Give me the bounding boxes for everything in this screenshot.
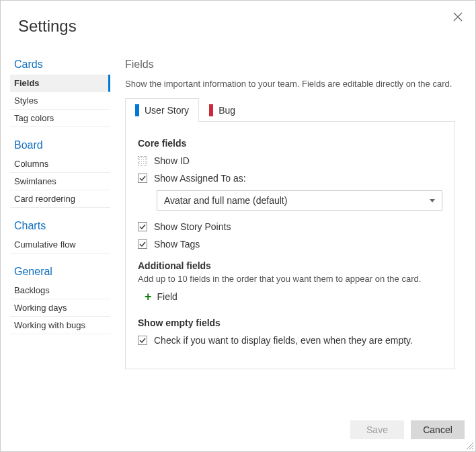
show-story-points-row: Show Story Points (138, 221, 442, 232)
tab-bug[interactable]: Bug (199, 98, 245, 122)
sidebar-item-swimlanes[interactable]: Swimlanes (10, 173, 110, 190)
tab-color-bar-icon (135, 104, 139, 116)
show-tags-checkbox[interactable] (138, 239, 147, 249)
additional-fields-sub: Add up to 10 fields in the order that yo… (138, 274, 442, 284)
sidebar-item-working-days[interactable]: Working days (10, 299, 110, 317)
close-icon (453, 12, 463, 22)
close-button[interactable] (451, 10, 465, 24)
show-assigned-to-label: Show Assigned To as: (154, 173, 246, 184)
sidebar-item-backlogs[interactable]: Backlogs (10, 282, 110, 299)
show-id-checkbox[interactable] (138, 156, 147, 165)
content-pane: Fields Show the important information to… (110, 42, 475, 412)
dialog-body: Cards Fields Styles Tag colors Board Col… (1, 42, 475, 412)
show-id-label: Show ID (154, 155, 190, 166)
plus-icon: + (145, 291, 152, 303)
dialog-header: Settings (1, 1, 475, 42)
sidebar-item-cumulative-flow[interactable]: Cumulative flow (10, 236, 110, 254)
show-empty-row: Check if you want to display fields, eve… (138, 335, 442, 346)
settings-dialog: Settings Cards Fields Styles Tag colors … (0, 0, 476, 452)
tab-label: Bug (219, 105, 235, 116)
show-id-row: Show ID (138, 155, 442, 166)
show-empty-label: Check if you want to display fields, eve… (154, 335, 413, 346)
core-fields-heading: Core fields (138, 138, 442, 149)
check-icon (139, 241, 146, 248)
sidebar-section-charts: Charts (10, 217, 110, 236)
content-title: Fields (125, 59, 455, 71)
show-story-points-label: Show Story Points (154, 221, 231, 232)
add-field-button[interactable]: + Field (145, 291, 442, 303)
sidebar-section-cards: Cards (10, 56, 110, 75)
sidebar-item-fields[interactable]: Fields (10, 75, 110, 92)
sidebar-item-columns[interactable]: Columns (10, 155, 110, 173)
tabs: User Story Bug (125, 98, 455, 122)
save-button[interactable]: Save (350, 420, 404, 439)
show-assigned-to-checkbox[interactable] (138, 174, 147, 183)
tab-pane: Core fields Show ID Show Assigned To as:… (125, 122, 455, 369)
sidebar: Cards Fields Styles Tag colors Board Col… (1, 42, 110, 412)
assigned-to-select[interactable]: Avatar and full name (default) (157, 190, 442, 211)
select-value: Avatar and full name (default) (164, 195, 287, 206)
sidebar-section-board: Board (10, 137, 110, 155)
chevron-down-icon (430, 199, 435, 202)
tab-user-story[interactable]: User Story (125, 98, 199, 122)
svg-line-4 (472, 448, 473, 449)
sidebar-item-working-with-bugs[interactable]: Working with bugs (10, 317, 110, 334)
tab-label: User Story (145, 105, 189, 116)
show-tags-label: Show Tags (154, 239, 200, 250)
assigned-to-select-row: Avatar and full name (default) (157, 190, 442, 211)
check-icon (139, 223, 146, 230)
show-empty-checkbox[interactable] (138, 336, 147, 345)
show-assigned-to-row: Show Assigned To as: (138, 173, 442, 184)
add-field-label: Field (157, 291, 177, 302)
show-story-points-checkbox[interactable] (138, 222, 147, 231)
sidebar-section-general: General (10, 263, 110, 282)
dialog-footer: Save Cancel (1, 412, 475, 451)
content-description: Show the important information to your t… (125, 79, 455, 89)
additional-fields-heading: Additional fields (138, 260, 442, 271)
tab-color-bar-icon (209, 104, 213, 116)
show-empty-heading: Show empty fields (138, 317, 442, 328)
show-tags-row: Show Tags (138, 239, 442, 250)
resize-grip-icon[interactable] (465, 441, 474, 450)
check-icon (139, 337, 146, 344)
check-icon (139, 175, 146, 182)
sidebar-item-styles[interactable]: Styles (10, 92, 110, 110)
sidebar-item-card-reordering[interactable]: Card reordering (10, 190, 110, 208)
sidebar-item-tag-colors[interactable]: Tag colors (10, 110, 110, 127)
dialog-title: Settings (18, 17, 77, 36)
cancel-button[interactable]: Cancel (411, 420, 465, 439)
